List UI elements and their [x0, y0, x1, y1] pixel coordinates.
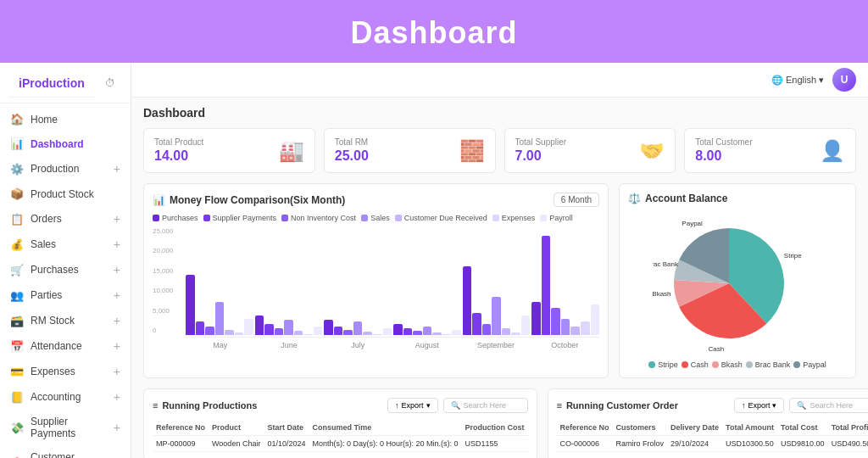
sidebar-item-expenses[interactable]: 💳 Expenses + — [0, 359, 131, 384]
bar-3-2 — [413, 331, 422, 335]
home-label: Home — [31, 114, 58, 126]
bar-1-5 — [303, 334, 313, 335]
upload-icon-2: ↑ — [742, 401, 746, 410]
running-productions-header: ≡ Running Productions ↑ Export ▾ 🔍 — [153, 398, 528, 413]
attendance-plus-icon[interactable]: + — [114, 339, 120, 353]
bar-4-4 — [502, 328, 511, 335]
upload-icon: ↑ — [395, 401, 399, 410]
production-label: Production — [31, 163, 79, 175]
prod-col-product: Product — [209, 420, 264, 436]
bar-month-label-1: June — [254, 341, 323, 349]
order-table-controls: ↑ Export ▾ 🔍 Search Here — [734, 398, 868, 413]
orders-plus-icon[interactable]: + — [114, 212, 120, 226]
sidebar-item-product-stock[interactable]: 📦 Product Stock — [0, 182, 131, 206]
page-title: Dashboard — [143, 106, 856, 120]
bar-2-1 — [334, 327, 343, 335]
pie-label-cash: Cash — [708, 345, 724, 353]
bar-3-6 — [452, 330, 461, 336]
stat-value-3: 8.00 — [695, 148, 752, 164]
expenses-plus-icon[interactable]: + — [114, 365, 120, 378]
product-stock-icon: 📦 — [10, 187, 24, 200]
pie-legend-bkash: Bkash — [712, 360, 743, 369]
sidebar-item-home[interactable]: 🏠 Home — [0, 107, 131, 131]
sidebar-item-rm-stock[interactable]: 🗃️ RM Stock + — [0, 308, 131, 333]
stat-value-0: 14.00 — [154, 148, 203, 164]
bar-2-3 — [353, 321, 363, 335]
home-icon: 🏠 — [10, 113, 24, 126]
bar-3-3 — [423, 327, 432, 335]
parties-label: Parties — [31, 289, 62, 301]
bar-month-label-4: September — [461, 341, 530, 349]
sidebar-item-supplier-payments[interactable]: 💸 Supplier Payments + — [0, 410, 131, 445]
rm-stock-icon: 🗃️ — [10, 315, 24, 327]
parties-plus-icon[interactable]: + — [114, 288, 120, 302]
legend-payroll: Payroll — [540, 214, 573, 222]
purchases-plus-icon[interactable]: + — [114, 263, 120, 276]
sidebar-item-parties[interactable]: 👥 Parties + — [0, 282, 131, 308]
productions-export-button[interactable]: ↑ Export ▾ — [387, 398, 438, 413]
supplier-payments-plus-icon[interactable]: + — [114, 421, 120, 434]
pie-legend-stripe: Stripe — [648, 360, 678, 369]
dropdown-arrow-icon-2: ▾ — [772, 401, 776, 410]
bar-month-label-0: May — [186, 341, 254, 349]
orders-export-button[interactable]: ↑ Export ▾ — [734, 398, 785, 413]
bar-5-2 — [551, 308, 560, 336]
dropdown-chevron-icon: ▾ — [819, 75, 824, 86]
purchases-icon: 🛒 — [10, 264, 24, 276]
customer-orders-table: Reference NoCustomersDelivery DateTotal … — [557, 420, 869, 452]
pie-legend: StripeCashBkashBrac BankPaypal — [648, 360, 826, 369]
stat-icon-3: 👤 — [820, 139, 845, 163]
sidebar-item-production[interactable]: ⚙️ Production + — [0, 156, 131, 182]
language-label: English — [786, 75, 816, 85]
time-filter-button[interactable]: 6 Month — [554, 193, 599, 207]
bar-0-0 — [186, 275, 195, 336]
search-icon: 🔍 — [451, 401, 460, 410]
language-selector[interactable]: 🌐 English ▾ — [771, 75, 824, 86]
sidebar-item-purchases[interactable]: 🛒 Purchases + — [0, 257, 131, 282]
sidebar-item-attendance[interactable]: 📅 Attendance + — [0, 333, 131, 359]
bar-0-4 — [225, 330, 234, 336]
order-col-total-amount: Total Amount — [722, 420, 777, 436]
order-col-total-cost: Total Cost — [777, 420, 828, 436]
stat-label-2: Total Supplier — [515, 137, 567, 147]
prod-col-production-cost: Production Cost — [462, 420, 528, 436]
bar-4-1 — [472, 313, 481, 335]
table-row: CO-000006Ramiro Frolov29/10/2024USD10300… — [557, 436, 869, 452]
pie-label-bkash: Bkash — [653, 290, 671, 298]
production-plus-icon[interactable]: + — [114, 162, 120, 176]
orders-icon: 📋 — [10, 213, 24, 226]
bar-2-2 — [343, 330, 353, 336]
topbar: 🌐 English ▾ U — [131, 63, 868, 98]
accounting-plus-icon[interactable]: + — [114, 390, 120, 404]
productions-icon: ≡ — [153, 400, 158, 411]
avatar[interactable]: U — [832, 68, 856, 92]
bar-5-6 — [591, 304, 600, 335]
bar-2-0 — [324, 320, 333, 335]
accounting-icon: 📒 — [10, 391, 24, 404]
stat-value-2: 7.00 — [515, 148, 567, 164]
sidebar-item-orders[interactable]: 📋 Orders + — [0, 206, 131, 232]
sidebar-item-accounting[interactable]: 📒 Accounting + — [0, 384, 131, 410]
clock-icon: ⏱ — [105, 77, 115, 89]
table-row: MP-000009Wooden Chair01/10/2024Month(s):… — [153, 436, 528, 452]
pie-legend-brac bank: Brac Bank — [746, 360, 791, 369]
expenses-label: Expenses — [31, 366, 75, 377]
product-stock-label: Product Stock — [31, 188, 94, 200]
sidebar-item-customer-receives[interactable]: 📥 Customer Receives + — [0, 445, 131, 458]
orders-search-box[interactable]: 🔍 Search Here — [789, 398, 868, 413]
sidebar-item-dashboard[interactable]: 📊 Dashboard — [0, 131, 131, 156]
customer-order-title: ≡ Running Customer Order — [557, 400, 678, 411]
sidebar-item-sales[interactable]: 💰 Sales + — [0, 232, 131, 257]
productions-search-box[interactable]: 🔍 Search Here — [443, 398, 528, 413]
prod-col-consumed-time: Consumed Time — [309, 420, 461, 436]
bar-1-1 — [264, 324, 274, 335]
bar-5-1 — [542, 236, 551, 335]
rm-stock-label: RM Stock — [31, 315, 75, 327]
rm-stock-plus-icon[interactable]: + — [114, 314, 120, 327]
purchases-label: Purchases — [31, 264, 79, 276]
attendance-icon: 📅 — [10, 340, 24, 353]
bar-5-0 — [531, 302, 541, 335]
sales-plus-icon[interactable]: + — [114, 237, 120, 251]
pie-label-stripe: Stripe — [784, 252, 802, 260]
stat-label-1: Total RM — [335, 137, 369, 147]
